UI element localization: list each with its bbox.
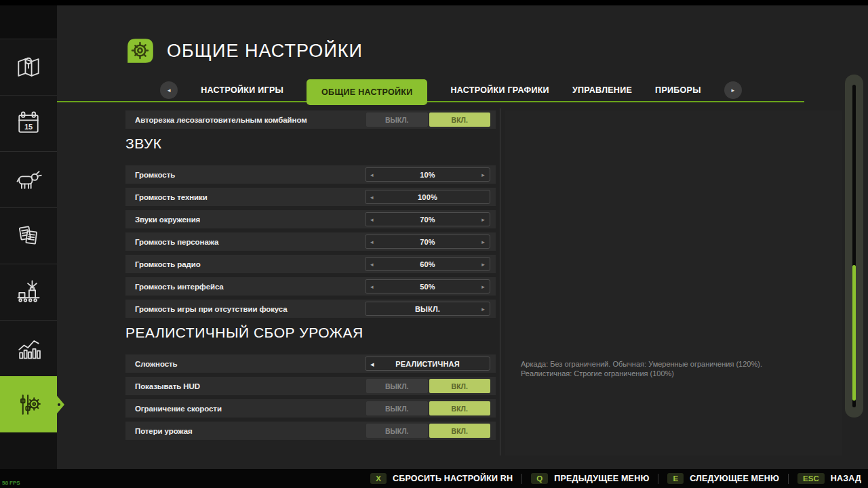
page-title: ОБЩИЕ НАСТРОЙКИ — [167, 41, 363, 62]
key-hint-label: НАЗАД — [831, 474, 861, 483]
tab-3[interactable]: УПРАВЛЕНИЕ — [572, 85, 632, 95]
selector-left-arrow-icon[interactable]: ◂ — [370, 171, 374, 178]
toggle-on-button[interactable]: ВКЛ. — [429, 401, 491, 415]
sidebar-item-animals[interactable] — [0, 151, 57, 207]
key-hint[interactable]: EСЛЕДУЮЩЕЕ МЕНЮ — [667, 473, 779, 484]
sidebar-item-production[interactable] — [0, 264, 57, 320]
key-badge: X — [370, 473, 387, 484]
sidebar-item-statistics[interactable] — [0, 320, 57, 376]
bottom-bar: XСБРОСИТЬ НАСТРОЙКИ RHQПРЕДЫДУЩЕЕ МЕНЮEС… — [0, 469, 868, 488]
settings-row: Громкость персонажа◂70%▸ — [125, 232, 496, 251]
selector-left-arrow-icon[interactable]: ◂ — [370, 360, 374, 367]
selector-value: 60% — [420, 260, 435, 268]
setting-label: Звуки окружения — [125, 216, 365, 224]
sidebar-item-calendar[interactable]: 15 — [0, 95, 57, 151]
value-selector[interactable]: ВЫКЛ.▸ — [365, 302, 490, 316]
selector-right-arrow-icon[interactable]: ▸ — [481, 261, 485, 267]
settings-row: Авторезка лесозаготовительным комбайномВ… — [125, 110, 496, 129]
setting-label: Авторезка лесозаготовительным комбайном — [125, 116, 366, 124]
animals-icon — [14, 165, 43, 195]
sidebar-item-settings[interactable] — [0, 376, 57, 432]
panel-divider — [500, 108, 500, 455]
tab-1-active[interactable]: ОБЩИЕ НАСТРОЙКИ — [307, 79, 427, 105]
selector-right-arrow-icon[interactable]: ▸ — [481, 239, 485, 245]
tab-4[interactable]: ПРИБОРЫ — [655, 85, 701, 95]
toggle-control: ВЫКЛ.ВКЛ. — [366, 379, 490, 393]
settings-row: Громкость интерфейса◂50%▸ — [125, 277, 496, 296]
selector-value: 100% — [418, 193, 437, 201]
setting-label: Громкость техники — [125, 193, 365, 201]
sidebar-item-contracts[interactable] — [0, 207, 57, 264]
tabs-next-button[interactable]: ▸ — [724, 81, 742, 99]
selector-value: ВЫКЛ. — [415, 305, 440, 313]
settings-row: Громкость игры при отсутствии фокусаВЫКЛ… — [125, 300, 496, 318]
scrollbar-track[interactable] — [852, 85, 856, 407]
value-selector[interactable]: ◂100% — [365, 190, 490, 204]
settings-row: Сложность◂РЕАЛИСТИЧНАЯ — [125, 354, 496, 373]
fps-counter: 58 FPS — [2, 480, 20, 486]
toggle-on-button[interactable]: ВКЛ. — [429, 379, 491, 393]
selector-left-arrow-icon[interactable]: ◂ — [370, 239, 374, 245]
setting-label: Громкость игры при отсутствии фокуса — [125, 305, 365, 313]
scrollbar-thumb[interactable] — [852, 265, 856, 401]
production-icon — [14, 277, 43, 307]
hint-divider — [521, 474, 522, 484]
value-selector[interactable]: ◂10%▸ — [365, 167, 490, 182]
key-badge: ESC — [797, 473, 825, 484]
key-hint[interactable]: XСБРОСИТЬ НАСТРОЙКИ RH — [370, 473, 513, 484]
value-selector[interactable]: ◂60%▸ — [365, 257, 490, 271]
selector-right-arrow-icon[interactable]: ▸ — [481, 171, 485, 178]
selector-left-arrow-icon[interactable]: ◂ — [370, 261, 374, 267]
help-line-2: Реалистичная: Строгие ограничения (100%) — [521, 369, 762, 378]
settings-row: Звуки окружения◂70%▸ — [125, 210, 496, 228]
toggle-on-button[interactable]: ВКЛ. — [429, 113, 491, 127]
key-hint-label: СБРОСИТЬ НАСТРОЙКИ RH — [393, 474, 513, 483]
scrollbar[interactable] — [845, 75, 863, 418]
toggle-control: ВЫКЛ.ВКЛ. — [366, 424, 490, 438]
tabs-prev-button[interactable]: ◂ — [160, 81, 178, 99]
selector-value: 70% — [420, 238, 435, 246]
statistics-icon — [14, 333, 43, 363]
key-badge: E — [667, 473, 684, 484]
tab-2[interactable]: НАСТРОЙКИ ГРАФИКИ — [450, 85, 549, 95]
value-selector[interactable]: ◂70%▸ — [365, 212, 490, 226]
setting-label: Показывать HUD — [125, 382, 366, 390]
value-selector[interactable]: ◂70%▸ — [365, 235, 490, 249]
key-hint[interactable]: ESCНАЗАД — [797, 473, 861, 484]
sidebar-item-map[interactable] — [0, 39, 57, 95]
toggle-off-button[interactable]: ВЫКЛ. — [366, 379, 428, 393]
toggle-control: ВЫКЛ.ВКЛ. — [366, 113, 490, 127]
value-selector[interactable]: ◂РЕАЛИСТИЧНАЯ — [365, 357, 490, 371]
toggle-on-button[interactable]: ВКЛ. — [429, 424, 491, 438]
toggle-off-button[interactable]: ВЫКЛ. — [366, 424, 428, 438]
section-header: ЗВУК — [125, 134, 496, 153]
tab-bar: ◂ НАСТРОЙКИ ИГРЫОБЩИЕ НАСТРОЙКИНАСТРОЙКИ… — [57, 77, 804, 103]
key-hint[interactable]: QПРЕДЫДУЩЕЕ МЕНЮ — [531, 473, 649, 484]
selector-left-arrow-icon[interactable]: ◂ — [370, 283, 374, 289]
hint-divider — [788, 474, 789, 484]
tab-0[interactable]: НАСТРОЙКИ ИГРЫ — [201, 85, 283, 95]
setting-label: Громкость — [125, 171, 365, 179]
selector-right-arrow-icon[interactable]: ▸ — [481, 283, 485, 289]
settings-row: Громкость◂10%▸ — [125, 165, 496, 184]
tab-list: НАСТРОЙКИ ИГРЫОБЩИЕ НАСТРОЙКИНАСТРОЙКИ Г… — [201, 77, 701, 103]
calendar-icon: 15 — [14, 108, 43, 138]
section-header: РЕАЛИСТИЧНЫЙ СБОР УРОЖАЯ — [125, 323, 496, 342]
selector-right-arrow-icon[interactable]: ▸ — [481, 306, 485, 312]
contracts-icon — [14, 221, 43, 251]
selector-left-arrow-icon[interactable]: ◂ — [370, 216, 374, 222]
hint-divider — [658, 474, 658, 484]
selector-right-arrow-icon[interactable]: ▸ — [481, 216, 485, 222]
toggle-off-button[interactable]: ВЫКЛ. — [366, 113, 428, 127]
settings-row: Громкость техники◂100% — [125, 188, 496, 206]
key-badge: Q — [531, 473, 548, 484]
settings-row: Ограничение скоростиВЫКЛ.ВКЛ. — [125, 399, 496, 418]
chevron-left-icon: ◂ — [167, 87, 171, 94]
selector-value: 50% — [420, 283, 435, 291]
value-selector[interactable]: ◂50%▸ — [365, 279, 490, 293]
selector-value: РЕАЛИСТИЧНАЯ — [395, 360, 460, 368]
sidebar: 15 — [0, 5, 57, 469]
gear-bubble-icon — [125, 35, 156, 69]
selector-left-arrow-icon[interactable]: ◂ — [370, 194, 374, 200]
toggle-off-button[interactable]: ВЫКЛ. — [366, 401, 428, 415]
